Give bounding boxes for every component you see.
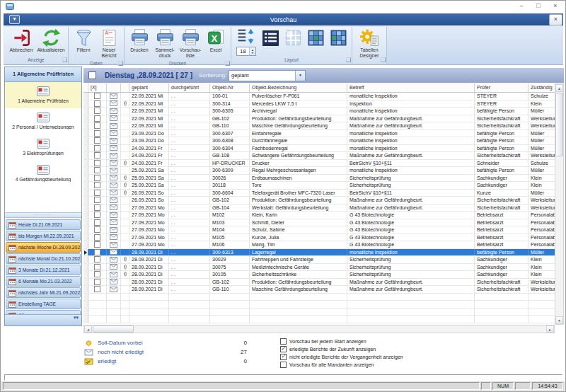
table-row[interactable]: 26.09.2021 So . . 300-6604 Telefaxgerät … — [83, 190, 555, 197]
column-header-status[interactable] — [107, 83, 121, 92]
row-checkbox[interactable] — [94, 241, 100, 248]
column-header-zustaendig[interactable]: Zuständig — [529, 83, 555, 92]
table-row[interactable] — [83, 316, 555, 323]
dialog-launcher-icon[interactable] — [346, 57, 351, 62]
sidebar-date-filter[interactable]: nächste Monat Do.21.10.2021 — [6, 253, 81, 264]
table-row[interactable]: 28.09.2021 Di . . GB-110 Maschine Gefähr… — [83, 286, 555, 294]
row-checkbox[interactable] — [94, 226, 100, 233]
vertical-scrollbar[interactable]: ▲ ▼ — [555, 83, 564, 325]
horizontal-scrollbar[interactable]: ◄ ► — [83, 325, 555, 333]
sidebar-date-filter[interactable]: Heute Di.21.09.2021 — [6, 219, 81, 230]
table-row[interactable]: 28.09.2021 Di . . 30105 Sicherheitsschrä… — [83, 271, 555, 279]
checkbox[interactable] — [280, 338, 287, 345]
row-checkbox[interactable] — [94, 249, 100, 255]
checkbox[interactable] — [280, 362, 287, 368]
table-row[interactable]: 25.09.2021 Sa . . 30118 Tore Sicherheits… — [83, 182, 555, 190]
table-row[interactable]: 27.09.2021 Mo . . GB-104 Werkstatt: Gefä… — [83, 204, 555, 212]
scroll-up-icon[interactable]: ▲ — [555, 84, 563, 92]
table-row[interactable]: 22.09.2021 Mi . . 100-01 Pulverlöscher F… — [83, 93, 555, 100]
row-checkbox[interactable] — [94, 137, 100, 144]
column-header-attachment[interactable] — [121, 83, 129, 92]
table-row[interactable]: 27.09.2021 Mo . . M106 Mang, Tim G 43 Bi… — [83, 241, 555, 249]
sidebar-category[interactable]: 3 Elektroprüfungen — [5, 134, 81, 161]
filtern-button[interactable]: Filtern — [71, 28, 96, 54]
column-header-durchgefuehrt[interactable]: durchgeführt — [169, 83, 210, 92]
sammeldruck-button[interactable]: Sammel-druck — [152, 28, 178, 59]
row-checkbox[interactable] — [94, 190, 100, 196]
dialog-launcher-icon[interactable] — [62, 57, 67, 62]
row-checkbox[interactable] — [94, 108, 100, 114]
dialog-launcher-icon[interactable] — [381, 57, 386, 62]
table-row[interactable]: 28.09.2021 Di . . 30075 Medizintechnisch… — [83, 264, 555, 272]
table-row[interactable]: 25.09.2021 Sa . . 30026 Erdbaumaschinen … — [83, 175, 555, 183]
row-checkbox[interactable] — [94, 256, 100, 263]
table-row[interactable]: 28.09.2021 Di . . 30029 Fahrtreppen und … — [83, 256, 555, 264]
row-checkbox[interactable] — [94, 160, 100, 166]
chevron-down-icon[interactable]: ▾▾ — [74, 316, 79, 320]
row-checkbox[interactable] — [94, 182, 100, 188]
row-checkbox[interactable] — [94, 271, 100, 277]
list-view-button[interactable] — [259, 28, 282, 48]
table-row[interactable]: 25.09.2021 Sa . . 300-6309 Regal Mehrges… — [83, 167, 555, 175]
table-row[interactable]: 23.09.2021 Do . . 300-6308 Durchfahrrega… — [83, 137, 555, 145]
row-checkbox[interactable] — [94, 279, 100, 285]
row-checkbox[interactable] — [94, 122, 100, 129]
grid-view-button-2[interactable] — [327, 28, 350, 48]
table-row[interactable]: 23.09.2021 Do . . 300-6307 Einfahrregale… — [83, 130, 555, 138]
sidebar-category[interactable]: 1 Allgemeine Prüffristen — [5, 82, 81, 108]
row-checkbox[interactable] — [94, 212, 100, 218]
option-checkbox[interactable]: Vorschau bei jedem Start anzeigen — [280, 338, 403, 345]
row-checkbox[interactable] — [94, 286, 100, 292]
table-row[interactable]: 22.09.2021 Mi . . GB-110 Maschine Gefähr… — [83, 122, 555, 130]
abbrechen-button[interactable]: Abbrechen — [6, 28, 36, 54]
table-row[interactable]: 22.09.2021 Mi . . 300-6305 Archivregal m… — [83, 108, 555, 115]
sidebar-date-filter[interactable]: nächstes Jahr Mi.21.09.2022 — [6, 287, 81, 298]
row-height-spinner[interactable]: 18 ▲ ▼ — [236, 47, 256, 56]
dialog-launcher-icon[interactable] — [118, 61, 123, 66]
sort-dropdown[interactable]: geplant ▼ — [229, 70, 306, 81]
row-height-control[interactable]: 18 ▲ ▼ — [233, 28, 259, 56]
row-checkbox[interactable] — [94, 152, 100, 158]
row-checkbox[interactable] — [94, 100, 100, 107]
row-checkbox[interactable] — [94, 204, 100, 211]
row-checkbox[interactable] — [94, 115, 100, 122]
table-row[interactable]: 27.09.2021 Mo . . M105 Kunze, Julia G 43… — [83, 234, 555, 242]
table-row[interactable] — [83, 309, 555, 316]
table-row[interactable]: 27.09.2021 Mo . . M102 Klein, Karin G 43… — [83, 212, 555, 219]
sidebar-date-filter[interactable]: nächste Woche Di.28.09.2021 — [6, 242, 81, 253]
row-checkbox[interactable] — [94, 167, 100, 173]
sidebar-date-filter[interactable]: 3 Monate Di.21.12.2021 — [6, 265, 81, 275]
row-checkbox[interactable] — [94, 93, 100, 99]
scroll-down-icon[interactable]: ▼ — [555, 316, 563, 324]
select-all-checkbox[interactable] — [88, 71, 96, 79]
table-row[interactable] — [83, 301, 555, 309]
table-row[interactable]: 22.09.2021 Mi . . GB-102 Produktion: Gef… — [83, 115, 555, 123]
row-checkbox[interactable] — [94, 130, 100, 137]
column-header-objekt-bezeichnung[interactable]: Objekt-Bezeichnung — [250, 83, 347, 92]
row-checkbox[interactable] — [94, 219, 100, 226]
option-checkbox[interactable]: erledigte Berichte der Zukunft anzeigen — [280, 345, 403, 353]
checkbox[interactable] — [280, 346, 287, 352]
table-row[interactable] — [83, 294, 555, 301]
sidebar-category[interactable]: 4 Gefährdungsbeurteilung — [5, 161, 81, 187]
row-checkbox[interactable] — [94, 234, 100, 241]
sidebar-splitter[interactable]: ·········· — [5, 212, 81, 218]
table-row[interactable]: 26.09.2021 So . . GB-102 Produktion: Gef… — [83, 197, 555, 204]
row-checkbox[interactable] — [94, 175, 100, 181]
scroll-left-icon[interactable]: ◄ — [84, 325, 92, 333]
tabellen-designer-button[interactable]: Tabellen Designer — [354, 28, 384, 59]
column-header-geplant[interactable]: geplant — [129, 83, 169, 92]
row-checkbox[interactable] — [94, 197, 100, 203]
column-header-betreff[interactable]: Betreff — [347, 83, 475, 92]
dialog-launcher-icon[interactable] — [225, 61, 230, 66]
row-checkbox[interactable] — [94, 145, 100, 151]
column-header-objekt-nr[interactable]: Objekt-Nr — [210, 83, 250, 92]
dialog-close-button[interactable]: × — [549, 14, 562, 25]
table-row[interactable]: 24.09.2021 Fr . . HP-DRUCKER Drucker Bet… — [83, 160, 555, 168]
table-row[interactable]: 27.09.2021 Mo . . M103 Schmitt, Dieter G… — [83, 219, 555, 227]
table-row[interactable]: 28.09.2021 Di . . GB-102 Produktion: Gef… — [83, 279, 555, 287]
excel-button[interactable]: X Excel — [203, 28, 229, 54]
checkbox[interactable] — [280, 354, 287, 360]
table-row[interactable]: 24.09.2021 Fr . . GB-108 Schwangere Gefä… — [83, 152, 555, 160]
neuer-bericht-button[interactable]: A Neuer Bericht — [96, 28, 122, 59]
